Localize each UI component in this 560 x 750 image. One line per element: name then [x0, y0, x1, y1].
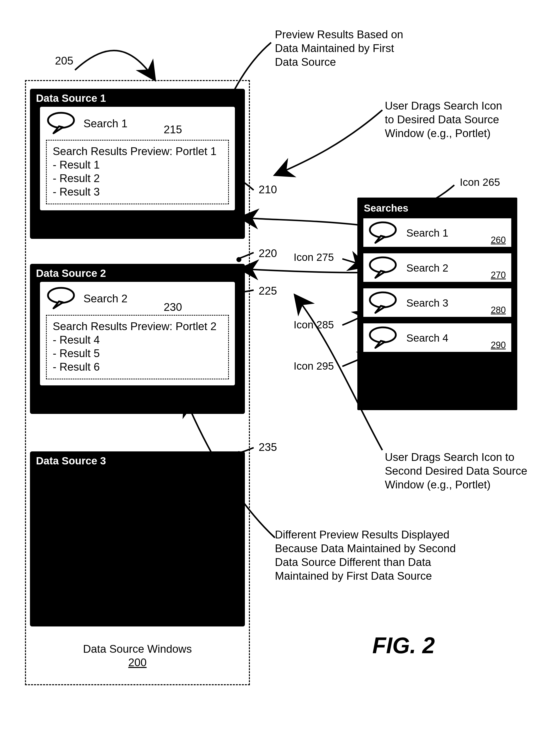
ref-230: 230 [164, 300, 182, 314]
ref-235: 235 [258, 440, 277, 454]
portlet-1-search-row: Search 1 [46, 112, 229, 135]
dsw-label-text: Data Source Windows [75, 643, 200, 655]
svg-point-3 [370, 257, 396, 272]
search-item-4-label: Search 4 [406, 332, 448, 344]
portlet-data-source-2[interactable]: Data Source 2 Search 2 Search Results Pr… [30, 264, 245, 414]
portlet-2-result-3: - Result 6 [53, 361, 222, 373]
callout-line: Different Preview Results Displayed [275, 528, 456, 541]
portlet-1-body: Search 1 Search Results Preview: Portlet… [40, 107, 235, 210]
speech-bubble-icon [368, 256, 400, 280]
search-item-1-label: Search 1 [406, 227, 448, 239]
callout-line: Because Data Maintained by Second [275, 541, 456, 555]
ref-220: 220 [258, 246, 277, 260]
portlet-2-search-row: Search 2 [46, 287, 229, 310]
search-item-1[interactable]: Search 1 260 [362, 217, 513, 248]
portlet-1-preview-title: Search Results Preview: Portlet 1 [53, 145, 222, 158]
search-item-2[interactable]: Search 2 270 [362, 252, 513, 283]
speech-bubble-icon [46, 112, 79, 135]
callout-line: Window (e.g., Portlet) [385, 478, 527, 491]
portlet-2-result-2: - Result 5 [53, 347, 222, 360]
callout-drag-2: User Drags Search Icon to Second Desired… [385, 450, 527, 491]
callout-line: User Drags Search Icon to [385, 450, 527, 464]
portlet-1-title: Data Source 1 [30, 89, 245, 107]
portlet-2-preview: Search Results Preview: Portlet 2 - Resu… [46, 315, 229, 379]
figure-page: Data Source 1 Search 1 Search Results Pr… [0, 0, 560, 750]
speech-bubble-icon [46, 287, 79, 310]
search-item-4[interactable]: Search 4 290 [362, 322, 513, 353]
ref-dot [236, 257, 242, 262]
searches-title: Searches [360, 200, 515, 217]
callout-drag-1: User Drags Search Icon to Desired Data S… [385, 99, 502, 140]
portlet-2-body: Search 2 Search Results Preview: Portlet… [40, 282, 235, 386]
svg-point-5 [370, 327, 396, 342]
portlet-2-result-1: - Result 4 [53, 334, 222, 346]
searches-panel[interactable]: Searches Search 1 260 Search 2 270 Searc… [357, 198, 517, 410]
speech-bubble-icon [368, 221, 400, 245]
ref-dot [236, 291, 242, 296]
callout-line: Window (e.g., Portlet) [385, 126, 502, 140]
search-item-2-label: Search 2 [406, 262, 448, 274]
portlet-data-source-1[interactable]: Data Source 1 Search 1 Search Results Pr… [30, 89, 245, 239]
callout-line: to Desired Data Source [385, 113, 502, 126]
search-item-3-label: Search 3 [406, 297, 448, 309]
data-source-windows-label: Data Source Windows 200 [75, 643, 200, 669]
ref-205: 205 [55, 54, 73, 67]
svg-point-0 [48, 113, 74, 128]
search-item-1-ref: 260 [491, 235, 506, 245]
portlet-1-result-3: - Result 3 [53, 185, 222, 198]
svg-point-2 [370, 222, 396, 237]
icon-275-label: Icon 275 [294, 251, 334, 263]
portlet-1-search-label: Search 1 [83, 117, 127, 130]
icon-265-label: Icon 265 [460, 176, 500, 188]
icon-285-label: Icon 285 [294, 319, 334, 331]
ref-210: 210 [258, 182, 277, 196]
callout-line: Preview Results Based on [275, 27, 403, 41]
dsw-ref: 200 [75, 656, 200, 669]
callout-line: Data Source [275, 55, 403, 69]
search-item-3[interactable]: Search 3 280 [362, 287, 513, 318]
callout-line: Maintained by First Data Source [275, 569, 456, 583]
callout-line: Data Source Different than Data [275, 555, 456, 569]
portlet-1-result-2: - Result 2 [53, 172, 222, 184]
callout-line: Data Maintained by First [275, 41, 403, 55]
portlet-2-title: Data Source 2 [30, 264, 245, 282]
portlet-1-preview: Search Results Preview: Portlet 1 - Resu… [46, 140, 229, 204]
icon-295-label: Icon 295 [294, 360, 334, 372]
portlet-3-title: Data Source 3 [30, 451, 245, 469]
figure-label: FIG. 2 [372, 633, 435, 658]
ref-225: 225 [258, 284, 277, 298]
svg-point-4 [370, 292, 396, 307]
ref-dot [236, 172, 242, 177]
callout-first-preview: Preview Results Based on Data Maintained… [275, 27, 403, 69]
svg-point-1 [48, 288, 74, 303]
callout-diff: Different Preview Results Displayed Beca… [275, 528, 456, 583]
search-item-2-ref: 270 [491, 270, 506, 280]
callout-line: User Drags Search Icon [385, 99, 502, 113]
speech-bubble-icon [368, 327, 400, 350]
callout-line: Second Desired Data Source [385, 464, 527, 478]
ref-dot [236, 451, 242, 456]
speech-bubble-icon [368, 291, 400, 315]
ref-215: 215 [164, 122, 182, 136]
search-item-4-ref: 290 [491, 340, 506, 350]
portlet-2-preview-title: Search Results Preview: Portlet 2 [53, 320, 222, 333]
portlet-data-source-3[interactable]: Data Source 3 [30, 451, 245, 627]
portlet-2-search-label: Search 2 [83, 292, 127, 305]
search-item-3-ref: 280 [491, 305, 506, 315]
portlet-1-result-1: - Result 1 [53, 159, 222, 171]
